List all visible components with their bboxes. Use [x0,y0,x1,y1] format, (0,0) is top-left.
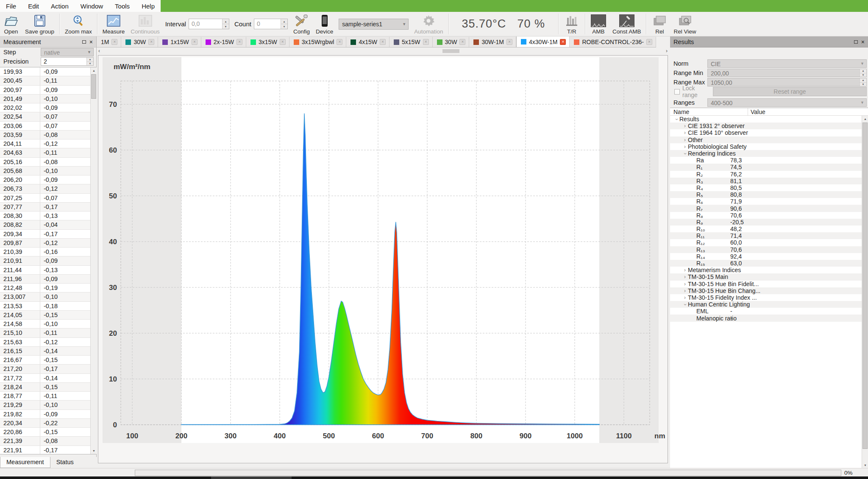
measurement-row[interactable]: 211,96-0,09 [0,275,90,284]
measurement-row[interactable]: 205,16-0,08 [0,158,90,167]
measurement-row[interactable]: 202,02-0,09 [0,103,90,112]
measurement-row[interactable]: 199,93-0,09 [0,67,90,76]
reset-range-button[interactable]: Reset range [713,87,867,96]
tab-close-icon[interactable]: × [459,39,465,45]
document-tab[interactable]: 3x15W× [246,37,289,47]
scrollbar-thumb[interactable] [91,74,96,99]
measurement-row[interactable]: 208,30-0,13 [0,212,90,220]
tab-close-icon[interactable]: × [236,39,242,45]
close-panel-icon[interactable]: × [89,39,93,45]
measurement-row[interactable]: 200,97-0,09 [0,86,90,95]
tree-row[interactable]: ›Photobiological Safety [670,143,868,150]
zoom-max-button[interactable]: Zoom max [62,12,95,36]
scroll-down-icon[interactable]: ▼ [862,462,868,468]
document-tab[interactable]: ROBE-CONTROL-236-× [570,37,656,47]
measurement-row[interactable]: 203,06-0,07 [0,122,90,131]
hscroll-thumb[interactable] [442,49,459,53]
tree-row[interactable]: R₁₄92,4 [670,253,868,260]
measurement-row[interactable]: 217,20-0,17 [0,365,90,373]
const-amb-button[interactable]: Const AMB [609,12,644,36]
measurement-row[interactable]: 214,05-0,15 [0,311,90,320]
measurement-row[interactable]: 201,49-0,10 [0,95,90,103]
tree-row[interactable]: R₁₀48,2 [670,226,868,232]
range-max-spinner[interactable]: ▲▼ [860,78,866,86]
tab-close-icon[interactable]: × [506,39,512,45]
close-panel-icon[interactable]: × [861,39,865,45]
scroll-left-icon[interactable]: ‹ [98,48,100,54]
document-tab[interactable]: 5x15W× [389,37,433,47]
tree-row[interactable]: R₄80,5 [670,184,868,191]
scroll-right-icon[interactable]: › [666,48,668,54]
document-tab[interactable]: 2x-15W× [201,37,246,47]
tree-row[interactable]: R₆71,9 [670,198,868,205]
measurement-row[interactable]: 209,34-0,17 [0,230,90,239]
tree-row[interactable]: R₈70,6 [670,212,868,219]
tree-row[interactable]: EML- [670,308,868,315]
measurement-row[interactable]: 202,54-0,07 [0,112,90,121]
measurement-row[interactable]: 216,67-0,15 [0,356,90,365]
measurement-row[interactable]: 211,44-0,13 [0,266,90,275]
collapse-icon[interactable]: › [674,117,679,123]
measurement-row[interactable]: 214,58-0,10 [0,320,90,329]
measurement-row[interactable]: 215,10-0,11 [0,329,90,337]
menu-help[interactable]: Help [136,1,161,11]
tab-close-icon[interactable]: × [423,39,429,45]
measurement-row[interactable]: 204,63-0,11 [0,148,90,157]
expand-icon[interactable]: › [682,137,688,142]
document-tab[interactable]: 1x15W× [158,37,201,47]
tree-row[interactable]: R₇90,6 [670,205,868,212]
measurement-row[interactable]: 200,45-0,11 [0,76,90,85]
tab-measurement[interactable]: Measurement [0,457,50,468]
tab-close-icon[interactable]: × [148,39,154,45]
results-scrollbar[interactable]: ▲ ▼ [862,116,868,468]
tab-status[interactable]: Status [50,457,80,468]
tree-row[interactable]: R₂76,2 [670,171,868,178]
expand-icon[interactable]: › [682,267,688,273]
measure-button[interactable]: Measure [100,12,128,36]
measurement-row[interactable]: 203,59-0,08 [0,131,90,139]
tree-row[interactable]: ›TM-30-15 Hue Bin Chang... [670,287,868,294]
expand-icon[interactable]: › [682,288,688,293]
scrollbar-thumb[interactable] [862,123,868,449]
tree-row[interactable]: R₁74,5 [670,164,868,170]
count-input[interactable]: 0 ▲▼ [254,19,288,29]
tree-row[interactable]: R₅80,8 [670,191,868,198]
expand-icon[interactable]: › [682,274,688,279]
interval-spinner[interactable]: ▲▼ [222,19,229,29]
measurement-row[interactable]: 217,72-0,14 [0,374,90,383]
tree-row[interactable]: R₁₃70,6 [670,246,868,253]
measurement-row[interactable]: 213,53-0,18 [0,302,90,311]
tab-close-icon[interactable]: × [646,39,652,45]
tree-row[interactable]: R₃81,1 [670,178,868,184]
measurement-row[interactable]: 221,91-0,17 [0,446,90,455]
measurement-row[interactable]: 204,11-0,12 [0,139,90,148]
tab-close-icon[interactable]: × [380,39,386,45]
measurement-row[interactable]: 220,86-0,15 [0,428,90,437]
measurement-row[interactable]: 205,68-0,10 [0,167,90,175]
tree-row[interactable]: ›TM-30-15 Fidelity Index ... [670,294,868,301]
measurement-row[interactable]: 210,39-0,16 [0,248,90,256]
tree-row[interactable]: R₁₅63,0 [670,260,868,267]
measurement-scrollbar[interactable]: ▲ ▼ [90,67,97,454]
interval-input[interactable]: 0,0 ▲▼ [189,19,229,29]
expand-icon[interactable]: › [682,281,688,287]
rel-view-button[interactable]: Rel View [670,12,699,36]
tree-row[interactable]: ›TM-30-15 Main [670,273,868,280]
measurement-row[interactable]: 216,15-0,14 [0,347,90,356]
menu-action[interactable]: Action [45,1,75,11]
expand-icon[interactable]: › [682,144,688,149]
rel-button[interactable]: Rel [648,12,670,36]
tree-row[interactable]: ›Results [670,116,868,123]
measurement-row[interactable]: 213,007-0,10 [0,292,90,301]
precision-input[interactable]: 2 ▲▼ [41,57,94,66]
document-tab[interactable]: 1M× [97,37,121,47]
tree-row[interactable]: R₁₂60,0 [670,239,868,246]
save-group-button[interactable]: Save group [22,12,57,36]
document-tab[interactable]: 4x15W× [346,37,389,47]
series-selector[interactable]: sample-series1 ▼ [339,19,409,30]
chart-hscroll[interactable]: ‹ › [97,48,668,55]
tree-row[interactable]: R₁₁71,4 [670,232,868,239]
collapse-icon[interactable]: › [683,151,688,157]
lock-range-checkbox[interactable] [674,89,680,95]
measurement-table[interactable]: 199,93-0,09200,45-0,11200,97-0,09201,49-… [0,67,97,454]
